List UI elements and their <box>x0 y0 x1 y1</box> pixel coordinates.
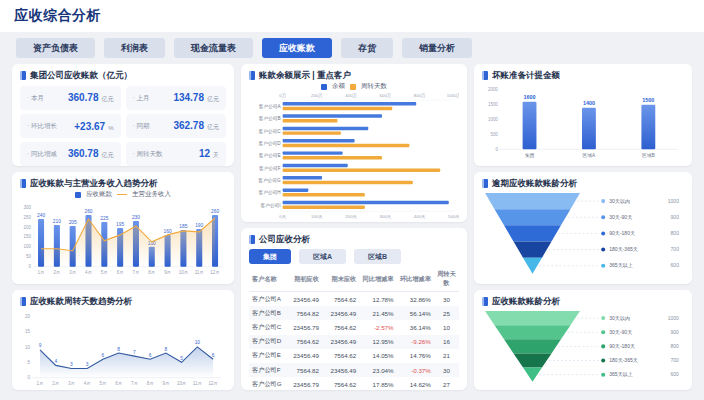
svg-text:150: 150 <box>24 234 32 239</box>
customer-panel: 账款余额展示 | 重点客户 余额 周转天数 0万200万400万600万800万… <box>241 64 467 222</box>
page-title: 应收综合分析 <box>14 7 101 25</box>
svg-text:900: 900 <box>671 329 680 335</box>
panel-marker-icon <box>482 179 488 188</box>
table-row: 客户公司E23456.497564.6214.05%14.76%21 <box>249 349 459 363</box>
kpi-tile: 同比增减360.78亿元 <box>20 142 121 166</box>
kpi-label: 环比增长 <box>27 122 57 131</box>
trend-legend: 应收账款 主营业务收入 <box>20 190 226 199</box>
overdue-aging-title-text: 逾期应收账款账龄分析 <box>492 178 577 190</box>
kpi-label: 本月 <box>27 94 44 103</box>
svg-text:2月: 2月 <box>52 381 59 386</box>
table-panel-title: 公司应收分析 <box>249 234 459 245</box>
aging-title-text: 应收账款账龄分析 <box>492 296 560 308</box>
svg-text:10: 10 <box>25 345 31 350</box>
table-tab-集团[interactable]: 集团 <box>249 249 291 264</box>
kpi-label: 周转天数 <box>133 150 163 159</box>
table-cell: 23456.79 <box>285 320 322 334</box>
table-header-row: 客户名称期初应收期末应收同比增减率环比增减率周转天数 <box>249 267 459 292</box>
table-cell: 12.78% <box>359 292 396 307</box>
days-series-label: 周转天数 <box>361 82 387 91</box>
panel-marker-icon <box>20 297 26 306</box>
table-tab-区域A[interactable]: 区域A <box>299 249 346 264</box>
svg-text:客户公司I: 客户公司I <box>261 202 281 209</box>
svg-text:225: 225 <box>100 216 108 221</box>
svg-text:1月: 1月 <box>37 381 44 386</box>
table-cell: 客户公司A <box>249 292 285 307</box>
svg-text:1600: 1600 <box>523 94 535 100</box>
aging-funnel: 30天以内100030天-90天90090天-180天800180天-365天7… <box>482 307 684 386</box>
report-tab-利润表[interactable]: 利润表 <box>104 38 165 58</box>
svg-text:5: 5 <box>28 360 31 365</box>
kpi-value: 360.78 <box>68 92 99 103</box>
kpi-tile: 本月360.78亿元 <box>20 86 121 110</box>
report-tab-现金流量表[interactable]: 现金流量表 <box>174 38 253 58</box>
balance-series-label: 余额 <box>332 82 345 91</box>
table-cell: 23456.49 <box>322 335 359 349</box>
svg-text:4: 4 <box>54 359 57 364</box>
svg-text:0天: 0天 <box>279 214 286 219</box>
report-tab-应收账款[interactable]: 应收账款 <box>262 38 332 58</box>
table-cell: 客户公司C <box>249 320 285 334</box>
overdue-aging-title: 逾期应收账款账龄分析 <box>482 178 684 189</box>
line-series-label: 主营业务收入 <box>132 190 171 199</box>
svg-text:4月: 4月 <box>84 381 91 386</box>
table-cell: 30 <box>434 363 459 377</box>
overdue-aging-panel: 逾期应收账款账龄分析 30天以内100030天-90天90090天-180天80… <box>474 172 692 284</box>
turnover-panel-title-text: 应收账款周转天数趋势分析 <box>30 296 132 308</box>
svg-text:200万: 200万 <box>311 93 323 98</box>
svg-text:100: 100 <box>24 244 32 249</box>
table-cell: 10 <box>434 320 459 334</box>
svg-text:0: 0 <box>28 375 31 380</box>
panel-grid: 集团公司应收账款（亿元） 本月360.78亿元上月134.78亿元环比增长+23… <box>12 64 692 390</box>
svg-text:30天以内: 30天以内 <box>609 315 630 321</box>
svg-text:10: 10 <box>195 340 201 345</box>
table-cell: 30 <box>434 292 459 307</box>
svg-text:6: 6 <box>149 353 152 358</box>
svg-text:600: 600 <box>671 371 680 377</box>
table-cell: 12.95% <box>359 335 396 349</box>
svg-text:1500: 1500 <box>642 97 654 103</box>
report-tab-存货[interactable]: 存货 <box>341 38 393 58</box>
panel-marker-icon <box>482 297 488 306</box>
table-cell: 23456.49 <box>322 363 359 377</box>
svg-text:8: 8 <box>165 347 168 352</box>
provision-panel-title-text: 坏账准备计提金额 <box>492 70 560 82</box>
svg-text:300天: 300天 <box>380 214 392 219</box>
kpi-unit: 亿元 <box>102 95 114 104</box>
table-row: 客户公司F7564.8223456.4923.04%-0.37%30 <box>249 363 459 377</box>
table-row: 客户公司A23456.497564.6212.78%32.86%30 <box>249 292 459 307</box>
svg-text:12月: 12月 <box>210 270 219 275</box>
kpi-tile: 上月134.78亿元 <box>126 86 227 110</box>
provision-chart: 05001000150020001600集团1400区域A1500区域B <box>482 81 684 160</box>
table-cell: 56.14% <box>397 306 434 320</box>
svg-text:11月: 11月 <box>195 270 204 275</box>
kpi-tile: 周转天数12天 <box>126 142 227 166</box>
table-cell: -9.26% <box>397 335 434 349</box>
svg-text:12月: 12月 <box>208 381 217 386</box>
svg-text:6: 6 <box>102 353 105 358</box>
table-cell: 7564.62 <box>322 377 359 390</box>
svg-text:260: 260 <box>211 209 219 214</box>
table-cell: 21.45% <box>359 306 396 320</box>
svg-text:客户公司A: 客户公司A <box>259 103 282 110</box>
table-tab-区域B[interactable]: 区域B <box>354 249 401 264</box>
table-cell: 客户公司D <box>249 335 285 349</box>
svg-text:210: 210 <box>53 219 61 224</box>
svg-text:6: 6 <box>212 353 215 358</box>
table-cell: 14.76% <box>397 349 434 363</box>
svg-text:客户公司E: 客户公司E <box>259 152 281 159</box>
report-tab-资产负债表[interactable]: 资产负债表 <box>16 38 95 58</box>
column-header: 周转天数 <box>434 267 459 292</box>
table-cell: 16 <box>434 335 459 349</box>
svg-text:400天: 400天 <box>414 214 426 219</box>
svg-text:800: 800 <box>671 343 680 349</box>
svg-text:0: 0 <box>29 264 32 269</box>
overdue-aging-funnel: 30天以内100030天-90天90090天-180天800180天-365天7… <box>482 189 684 278</box>
report-tab-销量分析[interactable]: 销量分析 <box>402 38 472 58</box>
table-cell: 25 <box>434 306 459 320</box>
table-cell: 客户公司E <box>249 349 285 363</box>
customer-panel-title: 账款余额展示 | 重点客户 <box>249 70 459 81</box>
svg-text:8月: 8月 <box>147 381 154 386</box>
ar-dashboard: 应收综合分析 资产负债表利润表现金流量表应收账款存货销量分析 集团公司应收账款（… <box>0 0 704 400</box>
receivable-table: 客户名称期初应收期末应收同比增减率环比增减率周转天数客户公司A23456.497… <box>249 267 459 390</box>
